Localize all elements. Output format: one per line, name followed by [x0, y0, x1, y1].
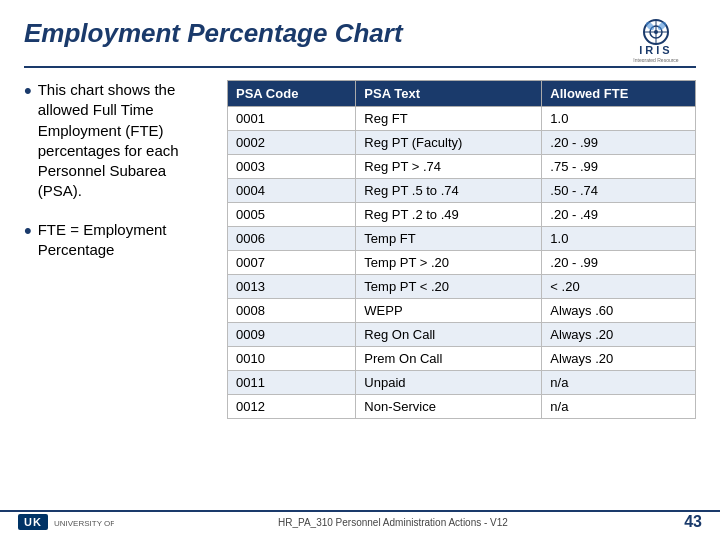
bullet-dot-2: • — [24, 218, 32, 244]
cell-9-1: Reg On Call — [356, 323, 542, 347]
bullet-dot-1: • — [24, 78, 32, 104]
footer-logo: UK UNIVERSITY OF KENTUCKY — [18, 512, 114, 532]
cell-5-2: 1.0 — [542, 227, 696, 251]
cell-4-2: .20 - .49 — [542, 203, 696, 227]
cell-12-1: Non-Service — [356, 395, 542, 419]
slide: Employment Percentage Chart IRIS Integra… — [0, 0, 720, 540]
cell-1-1: Reg PT (Faculty) — [356, 131, 542, 155]
table-row: 0011Unpaidn/a — [228, 371, 696, 395]
cell-10-1: Prem On Call — [356, 347, 542, 371]
cell-12-0: 0012 — [228, 395, 356, 419]
footer-course: HR_PA_310 Personnel Administration Actio… — [114, 517, 672, 528]
cell-2-1: Reg PT > .74 — [356, 155, 542, 179]
cell-7-0: 0013 — [228, 275, 356, 299]
cell-11-0: 0011 — [228, 371, 356, 395]
cell-2-0: 0003 — [228, 155, 356, 179]
svg-text:Integrated Resource: Integrated Resource — [633, 57, 679, 62]
table-row: 0002Reg PT (Faculty).20 - .99 — [228, 131, 696, 155]
bullet-text-2: FTE = Employment Percentage — [38, 220, 209, 261]
iris-logo-svg: IRIS Integrated Resource — [616, 18, 696, 62]
table-area: PSA Code PSA Text Allowed FTE 0001Reg FT… — [227, 80, 696, 419]
table-row: 0003Reg PT > .74.75 - .99 — [228, 155, 696, 179]
cell-10-2: Always .20 — [542, 347, 696, 371]
cell-10-0: 0010 — [228, 347, 356, 371]
table-row: 0012Non-Servicen/a — [228, 395, 696, 419]
cell-11-2: n/a — [542, 371, 696, 395]
psa-table: PSA Code PSA Text Allowed FTE 0001Reg FT… — [227, 80, 696, 419]
cell-7-2: < .20 — [542, 275, 696, 299]
cell-4-0: 0005 — [228, 203, 356, 227]
iris-logo: IRIS Integrated Resource — [616, 18, 696, 62]
university-logo: UNIVERSITY OF KENTUCKY — [54, 512, 114, 532]
table-row: 0010Prem On CallAlways .20 — [228, 347, 696, 371]
cell-9-0: 0009 — [228, 323, 356, 347]
table-row: 0004Reg PT .5 to .74.50 - .74 — [228, 179, 696, 203]
page-number: 43 — [672, 513, 702, 531]
cell-8-0: 0008 — [228, 299, 356, 323]
cell-8-2: Always .60 — [542, 299, 696, 323]
cell-2-2: .75 - .99 — [542, 155, 696, 179]
cell-0-1: Reg FT — [356, 107, 542, 131]
svg-text:UNIVERSITY OF KENTUCKY: UNIVERSITY OF KENTUCKY — [54, 519, 114, 528]
content-area: • This chart shows the allowed Full Time… — [24, 80, 696, 419]
table-row: 0001Reg FT1.0 — [228, 107, 696, 131]
cell-6-1: Temp PT > .20 — [356, 251, 542, 275]
bullet-text-1: This chart shows the allowed Full Time E… — [38, 80, 209, 202]
header: Employment Percentage Chart IRIS Integra… — [24, 18, 696, 68]
table-header-row: PSA Code PSA Text Allowed FTE — [228, 81, 696, 107]
svg-text:IRIS: IRIS — [639, 44, 672, 56]
cell-0-2: 1.0 — [542, 107, 696, 131]
table-row: 0006Temp FT1.0 — [228, 227, 696, 251]
col-header-psa-code: PSA Code — [228, 81, 356, 107]
cell-4-1: Reg PT .2 to .49 — [356, 203, 542, 227]
cell-8-1: WEPP — [356, 299, 542, 323]
cell-5-1: Temp FT — [356, 227, 542, 251]
table-row: 0013Temp PT < .20< .20 — [228, 275, 696, 299]
cell-7-1: Temp PT < .20 — [356, 275, 542, 299]
bullets-section: • This chart shows the allowed Full Time… — [24, 80, 209, 278]
cell-12-2: n/a — [542, 395, 696, 419]
col-header-allowed-fte: Allowed FTE — [542, 81, 696, 107]
page-title: Employment Percentage Chart — [24, 18, 403, 49]
cell-0-0: 0001 — [228, 107, 356, 131]
cell-1-0: 0002 — [228, 131, 356, 155]
cell-3-1: Reg PT .5 to .74 — [356, 179, 542, 203]
table-row: 0008WEPPAlways .60 — [228, 299, 696, 323]
bullet-item-1: • This chart shows the allowed Full Time… — [24, 80, 209, 202]
table-row: 0009Reg On CallAlways .20 — [228, 323, 696, 347]
table-row: 0005Reg PT .2 to .49.20 - .49 — [228, 203, 696, 227]
cell-3-2: .50 - .74 — [542, 179, 696, 203]
cell-1-2: .20 - .99 — [542, 131, 696, 155]
cell-6-2: .20 - .99 — [542, 251, 696, 275]
cell-11-1: Unpaid — [356, 371, 542, 395]
col-header-psa-text: PSA Text — [356, 81, 542, 107]
uk-logo: UK — [18, 514, 48, 530]
cell-9-2: Always .20 — [542, 323, 696, 347]
cell-3-0: 0004 — [228, 179, 356, 203]
footer: UK UNIVERSITY OF KENTUCKY HR_PA_310 Pers… — [0, 510, 720, 532]
table-row: 0007Temp PT > .20.20 - .99 — [228, 251, 696, 275]
cell-6-0: 0007 — [228, 251, 356, 275]
cell-5-0: 0006 — [228, 227, 356, 251]
bullet-item-2: • FTE = Employment Percentage — [24, 220, 209, 261]
